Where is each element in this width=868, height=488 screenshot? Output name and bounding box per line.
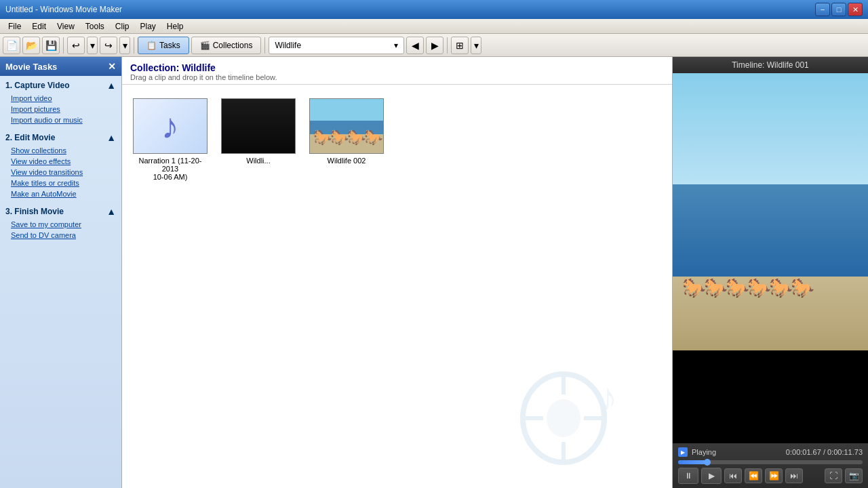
seek-progress (678, 460, 706, 464)
preview-scene: 🐎🐎🐎🐎🐎🐎 (673, 73, 868, 443)
step-back-button[interactable]: ⏪ (745, 468, 762, 483)
tasks-panel-title: Movie Tasks (5, 62, 57, 72)
menu-clip[interactable]: Clip (110, 20, 135, 33)
tasks-panel: Movie Tasks ✕ 1. Capture Video ▲ Import … (0, 57, 122, 488)
menu-edit[interactable]: Edit (26, 20, 52, 33)
seek-bar-container[interactable] (678, 460, 863, 464)
preview-video: 🐎🐎🐎🐎🐎🐎 (673, 73, 868, 443)
app-title: Untitled - Windows Movie Maker (5, 5, 122, 14)
tasks-panel-header: Movie Tasks ✕ (0, 57, 121, 76)
menu-play[interactable]: Play (135, 20, 161, 33)
time-display: 0:00:01.67 / 0:00:11.73 (786, 448, 863, 456)
preview-status: ▶ Playing 0:00:01.67 / 0:00:11.73 (678, 447, 863, 457)
make-automovie-link[interactable]: Make an AutoMovie (0, 188, 121, 199)
music-note-icon: ♪ (161, 106, 179, 146)
make-titles-link[interactable]: Make titles or credits (0, 178, 121, 188)
open-button[interactable]: 📂 (22, 37, 40, 54)
capture-video-header[interactable]: 1. Capture Video ▲ (0, 76, 121, 93)
view-dropdown[interactable]: ▾ (471, 37, 481, 54)
narration-label: Narration 1 (11-20-201310-06 AM) (136, 157, 205, 181)
wildlife1-label: Wildli... (246, 157, 270, 165)
menu-view[interactable]: View (52, 20, 80, 33)
collection-dropdown[interactable]: Wildlife ▾ (269, 37, 404, 54)
show-collections-link[interactable]: Show collections (0, 145, 121, 156)
maximize-button[interactable]: □ (831, 3, 846, 16)
new-button[interactable]: 📄 (3, 37, 20, 54)
fast-forward-button[interactable]: ⏭ (785, 468, 803, 483)
edit-movie-header[interactable]: 2. Edit Movie ▲ (0, 128, 121, 145)
edit-collapse-icon: ▲ (106, 132, 116, 143)
snapshot-button[interactable]: 📷 (845, 468, 863, 483)
view-video-effects-link[interactable]: View video effects (0, 156, 121, 167)
svg-text:♪: ♪ (597, 375, 618, 420)
toolbar: 📄 📂 💾 ↩ ▾ ↪ ▾ 📋 Tasks 🎬 Collections Wild… (0, 34, 868, 57)
collection-title: Collection: Wildlife (130, 62, 664, 73)
undo-dropdown[interactable]: ▾ (87, 37, 98, 54)
rewind-button[interactable]: ⏮ (724, 468, 742, 483)
menubar: File Edit View Tools Clip Play Help (0, 19, 868, 34)
step-forward-button[interactable]: ⏩ (765, 468, 783, 483)
redo-button[interactable]: ↪ (100, 37, 117, 54)
save-computer-link[interactable]: Save to my computer (0, 219, 121, 230)
finish-movie-section: 3. Finish Movie ▲ Save to my computer Se… (0, 202, 121, 241)
import-video-link[interactable]: Import video (0, 93, 121, 104)
tasks-panel-close[interactable]: ✕ (108, 61, 116, 72)
minimize-button[interactable]: − (815, 3, 830, 16)
menu-tools[interactable]: Tools (80, 20, 110, 33)
narration-thumbnail: ♪ (133, 98, 208, 154)
pause-button[interactable]: ⏸ (678, 468, 698, 484)
seek-thumb[interactable] (704, 459, 711, 466)
capture-collapse-icon: ▲ (106, 80, 116, 91)
undo-button[interactable]: ↩ (67, 37, 85, 54)
watermark: ♪ (502, 350, 638, 474)
preview-panel: Timeline: Wildlife 001 🐎🐎🐎🐎🐎🐎 ▶ Playing … (673, 57, 868, 488)
finish-collapse-icon: ▲ (106, 206, 116, 217)
collection-item-wildlife1[interactable]: Wildli... (221, 96, 296, 184)
separator-3 (264, 37, 265, 54)
playing-indicator-icon: ▶ (678, 447, 688, 457)
import-audio-link[interactable]: Import audio or music (0, 115, 121, 125)
tasks-icon: 📋 (146, 41, 157, 50)
separator-4 (447, 37, 448, 54)
import-pictures-link[interactable]: Import pictures (0, 104, 121, 115)
wildlife2-label: Wildlife 002 (328, 157, 366, 165)
finish-movie-header[interactable]: 3. Finish Movie ▲ (0, 202, 121, 219)
horses-silhouette: 🐎🐎🐎🐎🐎🐎 (682, 277, 812, 299)
view-video-transitions-link[interactable]: View video transitions (0, 167, 121, 178)
collection-header: Collection: Wildlife Drag a clip and dro… (122, 57, 672, 85)
window-controls: − □ ✕ (815, 3, 863, 16)
edit-movie-section: 2. Edit Movie ▲ Show collections View vi… (0, 128, 121, 199)
save-button[interactable]: 💾 (42, 37, 60, 54)
fullscreen-button[interactable]: ⛶ (825, 468, 842, 483)
collection-item-narration[interactable]: ♪ Narration 1 (11-20-201310-06 AM) (133, 96, 208, 184)
play-button[interactable]: ▶ (701, 468, 722, 484)
dropdown-arrow-icon: ▾ (394, 41, 398, 50)
tasks-tab-label: Tasks (159, 41, 180, 50)
separator-2 (134, 37, 134, 54)
redo-dropdown[interactable]: ▾ (119, 37, 130, 54)
collection-subtitle: Drag a clip and drop it on the timeline … (130, 73, 664, 81)
close-button[interactable]: ✕ (848, 3, 863, 16)
previous-collection-button[interactable]: ◀ (406, 37, 424, 54)
separator-1 (63, 37, 64, 54)
wildlife2-thumbnail: 🐎🐎🐎🐎 (309, 98, 384, 154)
svg-point-0 (523, 374, 604, 462)
view-options-button[interactable]: ⊞ (451, 37, 469, 54)
next-collection-button[interactable]: ▶ (426, 37, 443, 54)
titlebar: Untitled - Windows Movie Maker − □ ✕ (0, 0, 868, 19)
capture-video-title: 1. Capture Video (5, 81, 69, 90)
horses-preview: 🐎🐎🐎🐎 (313, 129, 381, 146)
finish-movie-title: 3. Finish Movie (5, 207, 64, 216)
seek-bar[interactable] (678, 460, 863, 464)
collections-tab[interactable]: 🎬 Collections (191, 37, 262, 54)
collection-item-wildlife2[interactable]: 🐎🐎🐎🐎 Wildlife 002 (309, 96, 384, 184)
send-dv-link[interactable]: Send to DV camera (0, 230, 121, 241)
collection-items-grid: ♪ Narration 1 (11-20-201310-06 AM) Wildl… (122, 85, 672, 195)
edit-movie-title: 2. Edit Movie (5, 133, 55, 142)
menu-file[interactable]: File (3, 20, 26, 33)
tasks-tab[interactable]: 📋 Tasks (138, 37, 189, 54)
menu-help[interactable]: Help (161, 20, 189, 33)
collection-dropdown-value: Wildlife (275, 41, 301, 50)
capture-video-section: 1. Capture Video ▲ Import video Import p… (0, 76, 121, 125)
collections-tab-label: Collections (213, 41, 253, 50)
